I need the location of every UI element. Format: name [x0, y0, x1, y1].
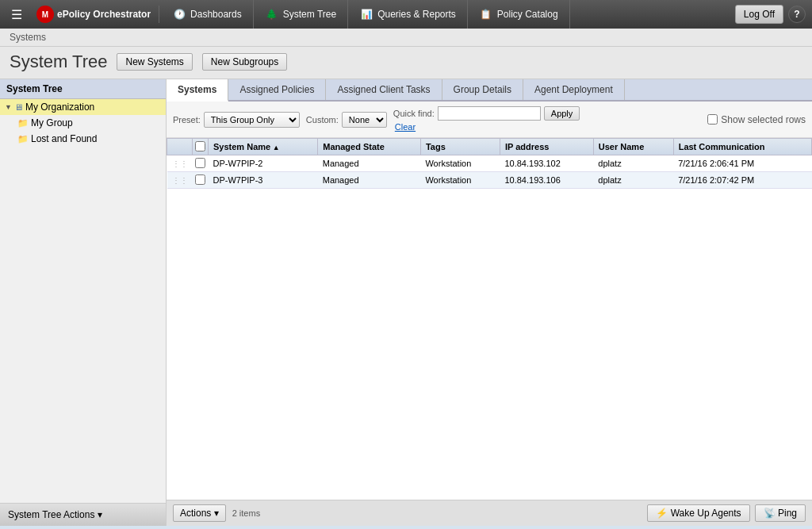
tab-bar: Systems Assigned Policies Assigned Clien… [167, 79, 812, 102]
sidebar-item-label-my-group: My Group [31, 117, 73, 128]
drag-handle[interactable]: ⋮⋮ [167, 155, 193, 172]
col-header-managed-state[interactable]: Managed State [318, 139, 421, 155]
nav-label-queries: Queries & Reports [377, 9, 456, 20]
table-row[interactable]: ⋮⋮ DP-W7PIP-3 Managed Workstation 10.84.… [167, 172, 812, 189]
nav-label-dashboards: Dashboards [190, 9, 242, 20]
page-header: System Tree New Systems New Subgroups [0, 47, 812, 79]
show-selected-group: Show selected rows [707, 114, 806, 125]
cell-managed-state: Managed [318, 155, 421, 172]
sidebar-item-lost-and-found[interactable]: 📁 Lost and Found [0, 131, 166, 147]
table-container: System Name Managed State Tags IP addres… [167, 138, 812, 500]
tab-assigned-policies[interactable]: Assigned Policies [228, 79, 326, 100]
menu-button[interactable]: ☰ [6, 7, 27, 22]
row-checkbox[interactable] [195, 158, 205, 168]
row-checkbox-cell[interactable] [193, 155, 209, 172]
app-name: ePolicy Orchestrator [57, 9, 151, 20]
bottom-right: ⚡ Wake Up Agents 📡 Ping [647, 504, 806, 522]
cell-ip: 10.84.193.102 [500, 155, 593, 172]
nav-label-system-tree: System Tree [283, 9, 336, 20]
quick-find-group: Quick find: Apply Clear [393, 106, 580, 132]
tab-assigned-client-tasks[interactable]: Assigned Client Tasks [326, 79, 442, 100]
cell-user: dplatz [593, 155, 673, 172]
preset-select[interactable]: This Group Only All Systems Below [204, 112, 300, 128]
show-selected-checkbox[interactable] [707, 114, 718, 125]
custom-label: Custom: [306, 115, 339, 125]
system-tree-icon: 🌲 [265, 7, 279, 21]
lost-icon: 📁 [17, 134, 29, 144]
cell-system-name: DP-W7PIP-2 [209, 155, 318, 172]
top-nav: ☰ M ePolicy Orchestrator 🕐 Dashboards 🌲 … [0, 0, 812, 29]
nav-right: Log Off ? [735, 5, 806, 24]
cell-managed-state: Managed [318, 172, 421, 189]
cell-user: dplatz [593, 172, 673, 189]
item-count: 2 items [232, 508, 260, 518]
sidebar-actions-label: System Tree Actions ▾ [8, 509, 102, 520]
apply-button[interactable]: Apply [544, 106, 580, 121]
policy-icon: 📋 [479, 7, 493, 21]
app-logo: M ePolicy Orchestrator [29, 6, 159, 23]
select-all-checkbox[interactable] [195, 141, 205, 151]
table-row[interactable]: ⋮⋮ DP-W7PIP-2 Managed Workstation 10.84.… [167, 155, 812, 172]
group-icon: 📁 [17, 118, 29, 128]
toolbar: Preset: This Group Only All Systems Belo… [167, 102, 812, 138]
cell-system-name: DP-W7PIP-3 [209, 172, 318, 189]
ping-label: Ping [778, 508, 797, 519]
custom-select[interactable]: None [342, 112, 387, 128]
actions-button[interactable]: Actions ▾ [173, 504, 226, 522]
preset-label: Preset: [173, 115, 201, 125]
col-header-ip[interactable]: IP address [500, 139, 593, 155]
new-subgroups-button[interactable]: New Subgroups [202, 53, 287, 71]
quick-find-label: Quick find: [393, 109, 435, 118]
nav-item-queries[interactable]: 📊 Queries & Reports [348, 0, 468, 29]
main-layout: System Tree ▼ 🖥 My Organization 📁 My Gro… [0, 79, 812, 526]
cell-last-comm: 7/21/16 2:06:41 PM [673, 155, 811, 172]
row-checkbox[interactable] [195, 174, 205, 185]
col-header-tags[interactable]: Tags [420, 139, 500, 155]
table-body: ⋮⋮ DP-W7PIP-2 Managed Workstation 10.84.… [167, 155, 812, 189]
nav-items: 🕐 Dashboards 🌲 System Tree 📊 Queries & R… [161, 0, 733, 29]
system-tree-actions-button[interactable]: System Tree Actions ▾ [0, 504, 166, 526]
cell-last-comm: 7/21/16 2:07:42 PM [673, 172, 811, 189]
nav-item-dashboards[interactable]: 🕐 Dashboards [161, 0, 254, 29]
tree-arrow-icon: ▼ [5, 103, 12, 111]
systems-table: System Name Managed State Tags IP addres… [167, 138, 812, 189]
row-checkbox-cell[interactable] [193, 172, 209, 189]
new-systems-button[interactable]: New Systems [117, 53, 192, 71]
sidebar-item-my-group[interactable]: 📁 My Group [0, 115, 166, 131]
sidebar-bottom: System Tree Actions ▾ [0, 503, 166, 526]
bottom-bar: Actions ▾ 2 items ⚡ Wake Up Agents 📡 Pin… [167, 500, 812, 526]
sidebar-title: System Tree [0, 79, 166, 99]
cell-ip: 10.84.193.106 [500, 172, 593, 189]
drag-handle[interactable]: ⋮⋮ [167, 172, 193, 189]
log-off-button[interactable]: Log Off [735, 5, 783, 24]
wake-up-icon: ⚡ [656, 508, 668, 519]
actions-label: Actions ▾ [180, 508, 219, 519]
col-header-drag [167, 139, 193, 155]
queries-icon: 📊 [359, 7, 373, 21]
help-button[interactable]: ? [788, 6, 806, 23]
col-header-system-name[interactable]: System Name [209, 139, 318, 155]
clear-row: Clear [393, 121, 580, 132]
sidebar-item-label-my-org: My Organization [25, 102, 94, 113]
wake-up-agents-button[interactable]: ⚡ Wake Up Agents [647, 504, 749, 522]
sidebar-item-my-organization[interactable]: ▼ 🖥 My Organization [0, 99, 166, 115]
col-header-user[interactable]: User Name [593, 139, 673, 155]
dashboards-icon: 🕐 [172, 7, 186, 21]
preset-group: Preset: This Group Only All Systems Belo… [173, 112, 300, 128]
tab-agent-deployment[interactable]: Agent Deployment [523, 79, 625, 100]
breadcrumb: Systems [0, 29, 812, 47]
ping-button[interactable]: 📡 Ping [755, 504, 806, 522]
quick-find-container: Quick find: Apply Clear [393, 106, 580, 132]
org-icon: 🖥 [14, 102, 23, 112]
ping-icon: 📡 [764, 508, 776, 519]
tab-group-details[interactable]: Group Details [442, 79, 523, 100]
nav-item-policy[interactable]: 📋 Policy Catalog [468, 0, 570, 29]
clear-link[interactable]: Clear [393, 122, 416, 132]
col-header-check[interactable] [193, 139, 209, 155]
nav-item-system-tree[interactable]: 🌲 System Tree [254, 0, 348, 29]
tab-systems[interactable]: Systems [167, 79, 228, 102]
col-header-last-comm[interactable]: Last Communication [673, 139, 811, 155]
page-title: System Tree [10, 52, 107, 72]
quick-find-row: Quick find: Apply [393, 106, 580, 121]
quick-find-input[interactable] [438, 106, 541, 121]
